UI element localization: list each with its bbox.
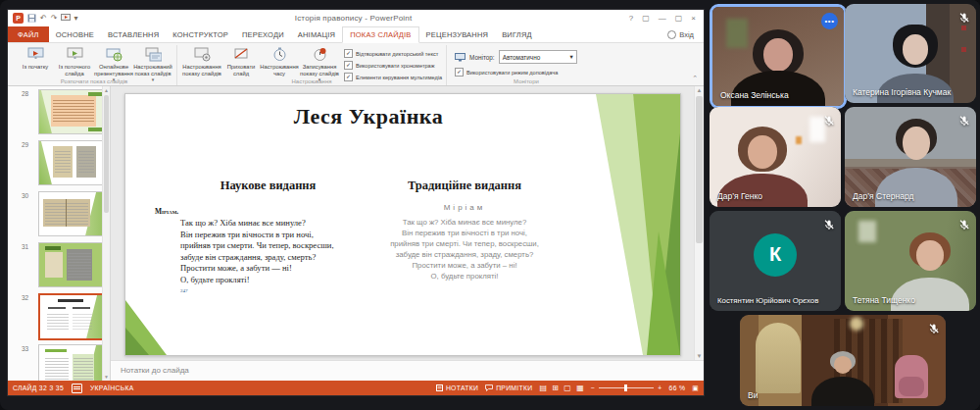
tab-animations[interactable]: АНІМАЦІЯ	[291, 26, 342, 42]
participant-video	[740, 315, 946, 406]
monitor-label: Монітор:	[469, 54, 495, 61]
notes-panel[interactable]: Нотатки до слайда	[111, 360, 704, 381]
ribbon-options-icon[interactable]: ▢	[642, 14, 650, 23]
slide-thumbnail-31[interactable]	[38, 242, 105, 287]
editor-scrollbar[interactable]: ▲ ▼	[694, 86, 704, 360]
close-icon[interactable]: ×	[691, 14, 696, 23]
thumb-number: 33	[22, 345, 28, 352]
restore-icon[interactable]: ▢	[675, 14, 683, 23]
tile-menu-button[interactable]: •••	[821, 13, 838, 29]
thumb-number: 30	[22, 192, 28, 199]
start-slideshow-icon[interactable]	[61, 14, 70, 23]
scroll-down-icon[interactable]: ▼	[695, 353, 704, 359]
participant-tile-oksana[interactable]: ••• Оксана Зелінська	[710, 4, 847, 109]
rehearse-timings-icon	[272, 46, 287, 63]
person-silhouette	[808, 351, 877, 406]
window-title: Історія правопису - PowerPoint	[77, 14, 628, 23]
group-label: Настроювання	[177, 78, 446, 84]
undo-icon[interactable]: ↶	[40, 15, 47, 23]
thumbnail-scrollbar[interactable]: ▲ ▼	[102, 86, 110, 381]
group-setup: Настроювання показу слайдів Приховати сл…	[177, 45, 447, 85]
zoom-level[interactable]: 66 %	[669, 384, 686, 391]
column-heading: Наукове видання	[153, 179, 383, 193]
tab-slideshow[interactable]: ПОКАЗ СЛАЙДІВ	[342, 26, 418, 43]
slide-column-traditional: Традиційне видання Міріам Так що ж? Хіба…	[368, 179, 561, 282]
language-indicator[interactable]: УКРАЇНСЬКА	[90, 384, 134, 391]
current-slide[interactable]: Леся Українка Наукове видання Міріам. Та…	[124, 93, 681, 356]
tab-transitions[interactable]: ПЕРЕХОДИ	[235, 26, 291, 42]
poem-text: Так що ж? Хіба минає все минуле? Він пер…	[180, 218, 383, 299]
participant-name: Дар’я Стернард	[853, 191, 913, 201]
column-subheading: Міріам.	[155, 207, 383, 216]
tab-review[interactable]: РЕЦЕНЗУВАННЯ	[419, 26, 496, 42]
zoom-in-button[interactable]: +	[658, 384, 662, 391]
collapse-ribbon-icon[interactable]: ⌃	[692, 75, 698, 82]
footnote-reference: 247	[180, 288, 188, 293]
participant-tile-daria-sternard[interactable]: Дар’я Стернард	[845, 107, 976, 207]
tab-home[interactable]: ОСНОВНЕ	[49, 26, 101, 42]
powerpoint-logo-icon: P	[13, 13, 24, 24]
mic-off-icon	[958, 113, 970, 125]
tab-insert[interactable]: ВСТАВЛЕННЯ	[101, 26, 166, 42]
tab-design[interactable]: КОНСТРУКТОР	[166, 26, 235, 42]
hide-slide-button[interactable]: Приховати слайд	[222, 46, 260, 77]
mic-off-icon	[823, 217, 835, 229]
scroll-up-icon[interactable]: ▲	[695, 87, 704, 93]
checkbox-use-timings[interactable]: ✓Використовувати хронометраж	[344, 61, 440, 70]
participant-tile-kateryna[interactable]: Катерина Ігорівна Кучмак	[845, 4, 976, 103]
slide-facet-decoration	[561, 94, 680, 355]
checkbox-presenter-view[interactable]: ✓Використовувати режим доповідача	[455, 68, 600, 77]
slide-thumbnail-32-selected[interactable]	[38, 293, 107, 340]
sign-in[interactable]: Вхід	[667, 26, 704, 42]
checkbox-icon: ✓	[455, 68, 464, 77]
poem-text: Так що ж? Хіба минає все минуле? Він пер…	[368, 217, 561, 282]
from-beginning-button[interactable]: Із початку	[16, 46, 55, 71]
thumb-number: 32	[22, 294, 28, 301]
workspace: 28 29 30	[8, 86, 704, 381]
fit-slide-button[interactable]: ▣	[692, 384, 699, 392]
comments-toggle[interactable]: ПРИМІТКИ	[485, 384, 532, 391]
tab-file[interactable]: ФАЙЛ	[8, 26, 49, 42]
setup-checkboxes: ✓Відтворювати дикторський текст ✓Викорис…	[340, 46, 442, 81]
checkbox-play-narrations[interactable]: ✓Відтворювати дикторський текст	[344, 49, 440, 58]
slide-thumbnail-30[interactable]	[38, 191, 105, 236]
meeting-window: P ↶ ↷ ▾ Історія правопису - PowerPoint ?…	[0, 0, 980, 410]
slide-thumbnail-panel: 28 29 30	[8, 86, 111, 381]
slide-thumbnail-29[interactable]	[38, 140, 105, 185]
setup-slideshow-icon	[194, 46, 211, 63]
zoom-slider-thumb[interactable]	[624, 384, 627, 391]
participant-tile-kostiantyn[interactable]: К Костянтин Юрійович Орєхов	[710, 211, 841, 311]
setup-slideshow-button[interactable]: Настроювання показу слайдів	[181, 46, 222, 77]
slide-corner-decoration	[125, 294, 171, 355]
minimize-icon[interactable]: —	[659, 14, 666, 23]
scroll-down-icon[interactable]: ▼	[103, 374, 110, 380]
redo-icon[interactable]: ↷	[51, 15, 58, 23]
thumb-number: 29	[22, 141, 28, 148]
rehearse-timings-button[interactable]: Настроювання часу	[260, 46, 299, 77]
mic-off-icon	[823, 113, 835, 125]
slide-sorter-button[interactable]: ⊞	[552, 384, 559, 392]
scroll-up-icon[interactable]: ▲	[103, 87, 110, 93]
zoom-slider[interactable]	[599, 387, 654, 388]
participant-tile-self[interactable]: Ви	[740, 315, 946, 406]
participant-name: Ви	[748, 390, 758, 400]
slide-editor: Леся Українка Наукове видання Міріам. Та…	[111, 86, 704, 360]
participants-panel: ••• Оксана Зелінська Катерина Ігорівна К…	[706, 0, 980, 410]
from-current-slide-button[interactable]: Із поточного слайда	[55, 46, 94, 77]
save-icon[interactable]	[27, 14, 36, 23]
monitor-dropdown[interactable]: Автоматично▾	[499, 50, 577, 64]
zoom-out-button[interactable]: −	[591, 384, 595, 391]
reading-view-button[interactable]: ▢	[564, 384, 571, 392]
notes-toggle[interactable]: НОТАТКИ	[436, 384, 478, 391]
slide-thumbnail-33[interactable]	[38, 344, 105, 381]
help-icon[interactable]: ?	[629, 14, 633, 23]
slide-thumbnail-28[interactable]	[38, 89, 105, 134]
slide-column-scientific: Наукове видання Міріам. Так що ж? Хіба м…	[153, 179, 383, 299]
tab-view[interactable]: ВИГЛЯД	[495, 26, 539, 42]
normal-view-button[interactable]: ▤	[539, 384, 547, 392]
slideshow-view-button[interactable]: ▦	[576, 384, 584, 392]
group-monitors: Монітор: Автоматично▾ ✓Використовувати р…	[447, 45, 606, 85]
ribbon: Із початку Із поточного слайда Онлайнове…	[8, 42, 704, 86]
participant-tile-daria-henko[interactable]: Дар’я Генко	[710, 107, 841, 207]
participant-tile-tetiana[interactable]: Тетяна Тищенко	[845, 211, 976, 311]
